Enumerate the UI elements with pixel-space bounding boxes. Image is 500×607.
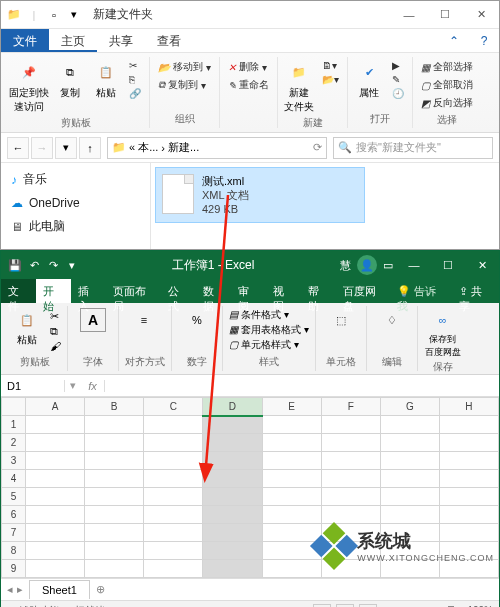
ex-minimize-button[interactable]: — [397, 251, 431, 279]
cut-icon[interactable]: ✂ [127, 59, 143, 72]
ribbon-options-icon[interactable]: ▭ [383, 259, 393, 272]
row-header[interactable]: 8 [2, 542, 26, 560]
cell[interactable] [85, 524, 144, 542]
cell[interactable] [380, 470, 439, 488]
cell[interactable] [203, 524, 262, 542]
cell[interactable] [262, 452, 321, 470]
cell[interactable] [439, 434, 498, 452]
sheet-prev-icon[interactable]: ◂ [7, 583, 13, 596]
sidebar-item-thispc[interactable]: 🖥此电脑 [1, 214, 150, 239]
ex-tab-baidu[interactable]: 百度网盘 [336, 279, 392, 303]
redo-icon[interactable]: ↷ [45, 257, 61, 273]
cell[interactable] [321, 488, 380, 506]
format-painter-icon[interactable]: 🖌 [50, 340, 61, 352]
new-item-icon[interactable]: 🗎▾ [320, 59, 341, 72]
cell[interactable] [262, 434, 321, 452]
row-header[interactable]: 7 [2, 524, 26, 542]
user-avatar-icon[interactable]: 👤 [357, 255, 377, 275]
row-header[interactable]: 6 [2, 506, 26, 524]
recent-locations-button[interactable]: ▾ [55, 137, 77, 159]
cell[interactable] [26, 434, 85, 452]
row-header[interactable]: 1 [2, 416, 26, 434]
new-folder-button[interactable]: 📁 新建 文件夹 [284, 59, 314, 114]
cell[interactable] [262, 488, 321, 506]
conditional-format-button[interactable]: ▤ 条件格式 ▾ [229, 308, 309, 322]
cell[interactable] [262, 524, 321, 542]
cell[interactable] [85, 560, 144, 578]
ex-tab-review[interactable]: 审阅 [231, 279, 266, 303]
col-header[interactable]: A [26, 398, 85, 416]
cell-style-button[interactable]: ▢ 单元格样式 ▾ [229, 338, 309, 352]
cell[interactable] [144, 506, 203, 524]
copy-path-icon[interactable]: ⎘ [127, 73, 143, 86]
select-none-button[interactable]: ▢全部取消 [419, 77, 475, 93]
row-header[interactable]: 2 [2, 434, 26, 452]
cell[interactable] [439, 452, 498, 470]
cell[interactable] [85, 416, 144, 434]
cell[interactable] [203, 416, 262, 434]
editing-group-button[interactable]: ♢ [373, 308, 411, 332]
cell[interactable] [203, 488, 262, 506]
cell[interactable] [380, 452, 439, 470]
refresh-icon[interactable]: ⟳ [313, 141, 322, 154]
address-bar[interactable]: 📁 « 本...› 新建... ⟳ [107, 137, 327, 159]
up-button[interactable]: ↑ [79, 137, 101, 159]
cell[interactable] [26, 470, 85, 488]
sheet-next-icon[interactable]: ▸ [17, 583, 23, 596]
cell[interactable] [26, 524, 85, 542]
ex-tab-layout[interactable]: 页面布局 [106, 279, 162, 303]
paste-button[interactable]: 📋 粘贴 [91, 59, 121, 100]
select-all-button[interactable]: ▦全部选择 [419, 59, 475, 75]
cell[interactable] [321, 506, 380, 524]
file-list[interactable]: 测试.xml XML 文档 429 KB [151, 163, 499, 249]
sidebar-item-music[interactable]: ♪音乐 [1, 167, 150, 192]
cells-group-button[interactable]: ⬚ [322, 308, 360, 332]
forward-button[interactable]: → [31, 137, 53, 159]
ex-tab-view[interactable]: 视图 [266, 279, 301, 303]
row-header[interactable]: 3 [2, 452, 26, 470]
paste-button-excel[interactable]: 📋 粘贴 [8, 308, 46, 352]
back-button[interactable]: ← [7, 137, 29, 159]
cell[interactable] [203, 434, 262, 452]
history-icon[interactable]: 🕘 [390, 87, 406, 100]
cell[interactable] [144, 488, 203, 506]
properties-button[interactable]: ✔ 属性 [354, 59, 384, 100]
name-box[interactable]: D1 [1, 380, 65, 392]
tab-view[interactable]: 查看 [145, 29, 193, 52]
cell[interactable] [85, 506, 144, 524]
cell[interactable] [26, 560, 85, 578]
cell[interactable] [321, 452, 380, 470]
cell[interactable] [262, 506, 321, 524]
cell[interactable] [203, 470, 262, 488]
share-button[interactable]: ⇪ 共享 [451, 279, 499, 303]
ex-tab-insert[interactable]: 插入 [71, 279, 106, 303]
cell[interactable] [203, 542, 262, 560]
cell[interactable] [321, 470, 380, 488]
ex-maximize-button[interactable]: ☐ [431, 251, 465, 279]
easy-access-icon[interactable]: 📂▾ [320, 73, 341, 86]
cell[interactable] [262, 470, 321, 488]
ex-tab-formulas[interactable]: 公式 [161, 279, 196, 303]
help-q-icon[interactable]: ? [469, 29, 499, 52]
cell[interactable] [144, 524, 203, 542]
tab-file[interactable]: 文件 [1, 29, 49, 52]
rename-button[interactable]: ✎重命名 [226, 77, 271, 93]
save-baidu-button[interactable]: ∞ 保存到 百度网盘 [424, 308, 462, 359]
cell[interactable] [262, 560, 321, 578]
col-header[interactable]: C [144, 398, 203, 416]
cell[interactable] [144, 560, 203, 578]
cell[interactable] [203, 452, 262, 470]
row-header[interactable]: 5 [2, 488, 26, 506]
cell[interactable] [144, 434, 203, 452]
move-to-button[interactable]: 📂移动到 ▾ [156, 59, 213, 75]
cell[interactable] [144, 542, 203, 560]
sheet-tab[interactable]: Sheet1 [29, 580, 90, 599]
cell[interactable] [26, 452, 85, 470]
cell[interactable] [85, 452, 144, 470]
font-group-button[interactable]: A [74, 308, 112, 332]
cell[interactable] [85, 470, 144, 488]
cell[interactable] [439, 416, 498, 434]
ex-tab-data[interactable]: 数据 [196, 279, 231, 303]
delete-button[interactable]: ✕删除 ▾ [226, 59, 271, 75]
cell[interactable] [321, 434, 380, 452]
